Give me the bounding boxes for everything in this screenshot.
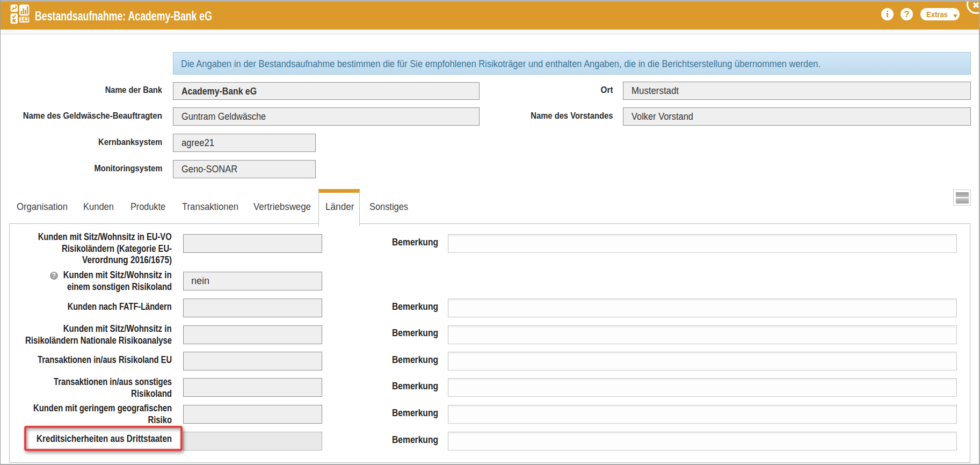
svg-text:i: i xyxy=(886,9,889,19)
svg-text:?: ? xyxy=(904,9,909,19)
svg-text:143: 143 xyxy=(20,16,29,23)
